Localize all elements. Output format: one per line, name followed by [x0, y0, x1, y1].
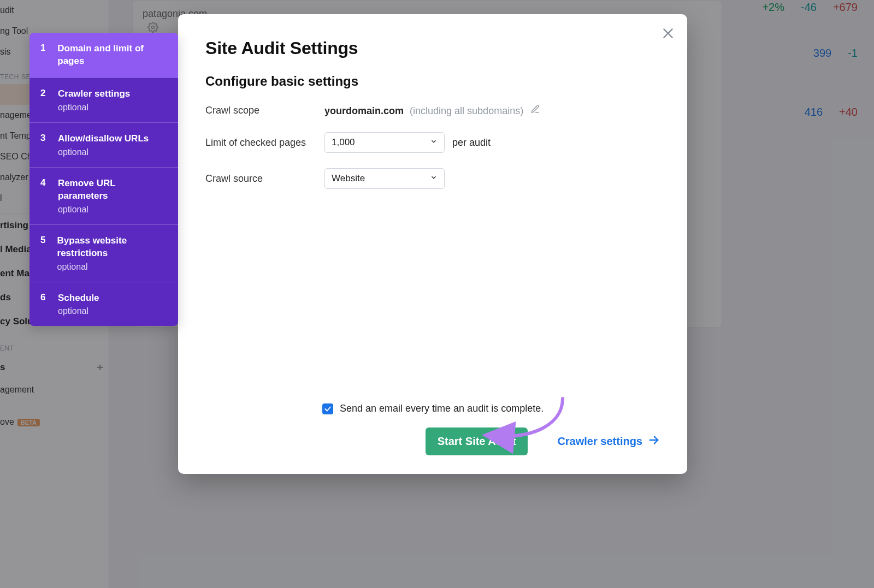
wizard-step-4[interactable]: 4 Remove URL parametersoptional	[29, 167, 178, 224]
email-checkbox-label: Send an email every time an audit is com…	[340, 403, 544, 414]
wizard-step-sub: optional	[58, 103, 130, 112]
wizard-step-sub: optional	[58, 306, 99, 316]
wizard-step-number: 1	[40, 43, 48, 68]
limit-pages-suffix: per audit	[452, 137, 491, 149]
email-notification-row: Send an email every time an audit is com…	[322, 403, 660, 414]
crawl-source-row: Crawl source Website	[205, 168, 660, 189]
arrow-right-icon	[648, 434, 660, 449]
limit-pages-value: 1,000	[332, 137, 355, 148]
wizard-step-number: 6	[40, 292, 48, 317]
modal-subtitle: Configure basic settings	[205, 74, 660, 89]
wizard-step-title: Domain and limit of pages	[57, 43, 167, 68]
wizard-step-5[interactable]: 5 Bypass website restrictionsoptional	[29, 224, 178, 282]
start-site-audit-button[interactable]: Start Site Audit	[426, 427, 528, 455]
wizard-step-title: Allow/disallow URLs	[58, 133, 149, 145]
edit-icon[interactable]	[530, 105, 540, 116]
limit-pages-row: Limit of checked pages 1,000 per audit	[205, 132, 660, 153]
wizard-step-sub: optional	[58, 147, 149, 157]
email-checkbox[interactable]	[322, 403, 333, 414]
limit-pages-select[interactable]: 1,000	[324, 132, 445, 153]
crawl-source-value: Website	[332, 173, 365, 184]
wizard-step-title: Crawler settings	[58, 88, 130, 100]
crawl-source-select[interactable]: Website	[324, 168, 445, 189]
chevron-down-icon	[430, 137, 438, 148]
wizard-step-2[interactable]: 2 Crawler settingsoptional	[29, 78, 178, 122]
wizard-step-title: Bypass website restrictions	[57, 235, 167, 260]
modal-footer: Send an email every time an audit is com…	[205, 403, 660, 455]
wizard-step-6[interactable]: 6 Scheduleoptional	[29, 282, 178, 326]
wizard-step-number: 2	[40, 88, 48, 112]
wizard-steps: 1 Domain and limit of pages 2 Crawler se…	[29, 33, 178, 326]
wizard-step-sub: optional	[57, 262, 167, 272]
wizard-step-title: Remove URL parameters	[58, 177, 167, 203]
crawl-scope-value: yourdomain.com (including all subdomains…	[324, 104, 540, 117]
wizard-step-sub: optional	[58, 205, 167, 215]
crawl-scope-label: Crawl scope	[205, 105, 324, 116]
wizard-step-number: 3	[40, 133, 48, 157]
wizard-step-title: Schedule	[58, 292, 99, 305]
close-icon[interactable]	[661, 26, 675, 43]
site-audit-settings-modal: Site Audit Settings Configure basic sett…	[178, 14, 687, 474]
wizard-step-1[interactable]: 1 Domain and limit of pages	[29, 33, 178, 78]
crawler-settings-link[interactable]: Crawler settings	[557, 434, 660, 449]
chevron-down-icon	[430, 173, 438, 184]
modal-title: Site Audit Settings	[205, 38, 660, 58]
wizard-step-number: 4	[40, 177, 48, 215]
limit-pages-label: Limit of checked pages	[205, 137, 324, 149]
crawl-scope-row: Crawl scope yourdomain.com (including al…	[205, 104, 660, 117]
wizard-step-number: 5	[40, 235, 48, 272]
wizard-step-3[interactable]: 3 Allow/disallow URLsoptional	[29, 122, 178, 167]
crawl-source-label: Crawl source	[205, 173, 324, 185]
